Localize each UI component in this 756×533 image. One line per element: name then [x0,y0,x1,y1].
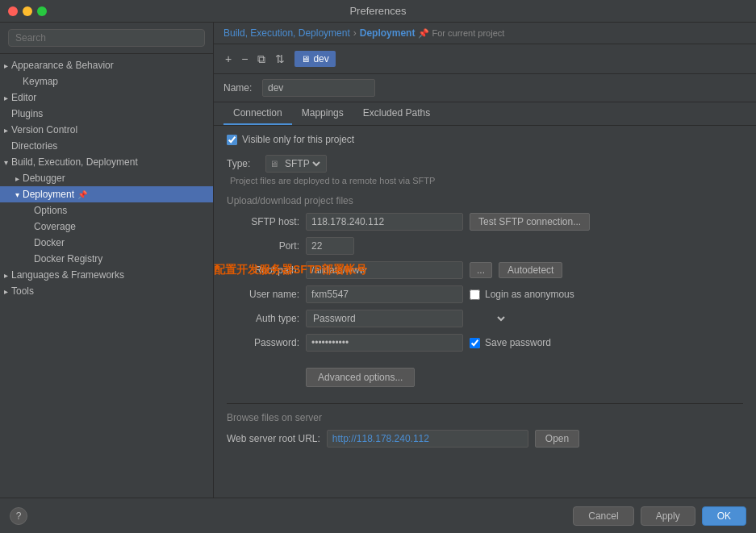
browse-button[interactable]: ... [470,262,492,278]
server-icon: 🖥 [301,54,310,64]
sidebar-item-tools[interactable]: ▸ Tools [0,283,213,299]
web-url-label: Web server root URL: [227,433,320,444]
tab-connection[interactable]: Connection [223,102,292,125]
tree-arrow-deployment: ▾ [11,190,23,199]
login-anonymous-checkbox[interactable] [470,289,480,300]
username-label: User name: [227,289,299,300]
visible-label[interactable]: Visible only for this project [242,134,354,145]
cancel-button[interactable]: Cancel [573,506,633,526]
sidebar-item-label-languages: Languages & Frameworks [11,269,124,281]
save-password-label[interactable]: Save password [485,337,551,348]
autodetect-button[interactable]: Autodetect [499,262,562,278]
sidebar-item-version-control[interactable]: ▸ Version Control [0,122,213,138]
sidebar-item-build[interactable]: ▾ Build, Execution, Deployment [0,154,213,170]
advanced-options-row: Advanced options... [227,358,743,397]
sidebar-item-docker[interactable]: Docker [0,235,213,251]
window-title: Preferences [349,5,406,17]
visible-checkbox[interactable] [227,135,237,145]
sidebar-item-directories[interactable]: Directories [0,138,213,154]
sidebar-item-debugger[interactable]: ▸ Debugger [0,170,213,186]
title-bar-buttons [8,6,47,16]
sftp-host-input[interactable] [306,213,463,231]
sidebar-item-label-docker-registry: Docker Registry [34,253,102,264]
sidebar-item-label-tools: Tools [11,285,34,297]
tab-excluded-paths[interactable]: Excluded Paths [353,102,440,125]
sidebar-item-label-directories: Directories [11,140,57,152]
sidebar-item-plugins[interactable]: Plugins [0,106,213,122]
help-button[interactable]: ? [10,507,27,525]
sidebar-item-keymap[interactable]: Keymap [0,73,213,90]
deploy-panel: + − ⧉ ⇅ 🖥 dev Name: Connection Mappings … [214,44,756,498]
auth-select-wrapper: Password Key pair OpenSSH config and aut… [306,310,463,327]
tree-arrow-tools: ▸ [0,287,11,296]
deploy-toolbar: + − ⧉ ⇅ 🖥 dev [214,44,756,74]
sidebar-item-label-version-control: Version Control [11,124,77,135]
advanced-options-button[interactable]: Advanced options... [306,368,415,387]
tree-arrow-version-control: ▸ [0,126,11,135]
close-button[interactable] [8,6,18,16]
browse-files-section: Browse files on server Web server root U… [227,403,743,448]
move-server-button[interactable]: ⇅ [272,51,288,67]
sidebar-item-label-coverage: Coverage [34,221,76,232]
password-input[interactable] [306,334,463,352]
sidebar-item-docker-registry[interactable]: Docker Registry [0,251,213,267]
minimize-button[interactable] [23,6,32,16]
name-input[interactable] [262,79,375,97]
breadcrumb: Build, Execution, Deployment › Deploymen… [214,23,756,44]
save-password-row: Save password [470,337,551,348]
port-input[interactable] [306,237,354,255]
type-select-wrapper: 🖥 SFTP [265,155,327,173]
title-bar: Preferences [0,0,756,23]
sidebar-item-editor[interactable]: ▸ Editor [0,90,213,106]
root-path-row: Root path: ... Autodetect [227,261,743,279]
server-item[interactable]: 🖥 dev [294,51,335,67]
server-name: dev [313,53,328,65]
auth-type-select[interactable]: Password Key pair OpenSSH config and aut… [310,312,507,325]
tree-arrow-debugger: ▸ [11,174,23,183]
login-anonymous-label[interactable]: Login as anonymous [485,289,574,300]
tree-arrow-build: ▾ [0,158,11,167]
sidebar-item-coverage[interactable]: Coverage [0,219,213,235]
footer-left: ? [10,507,27,525]
sidebar-item-options[interactable]: Options [0,202,213,219]
ok-button[interactable]: OK [702,506,746,526]
visible-checkbox-row: Visible only for this project [227,134,743,145]
web-url-input[interactable] [327,430,528,448]
password-row: Password: Save password [227,334,743,352]
root-path-input[interactable] [306,261,463,279]
breadcrumb-arrow: › [353,27,357,39]
sidebar-item-languages[interactable]: ▸ Languages & Frameworks [0,267,213,283]
sidebar-item-label-plugins: Plugins [11,108,43,119]
search-input[interactable] [8,29,205,47]
tab-mappings[interactable]: Mappings [292,102,353,125]
open-button[interactable]: Open [535,430,579,448]
save-password-checkbox[interactable] [470,338,480,348]
port-label: Port: [227,240,299,252]
footer: ? Cancel Apply OK [0,498,756,533]
copy-server-button[interactable]: ⧉ [254,51,269,68]
username-input[interactable] [306,285,463,303]
remove-server-button[interactable]: − [238,51,251,67]
add-server-button[interactable]: + [222,51,235,67]
sftp-icon: 🖥 [269,159,278,169]
test-sftp-button[interactable]: Test SFTP connection... [470,213,590,231]
deployment-badge: 📌 [77,190,87,199]
type-select[interactable]: SFTP [282,157,323,170]
type-hint: Project files are deployed to a remote h… [230,176,743,185]
panel-content: 配置开发服务器SFTP部署帐号 Visible only for this pr… [214,126,756,498]
name-label: Name: [223,82,256,94]
username-row: User name: Login as anonymous [227,285,743,303]
sidebar-item-deployment[interactable]: ▾ Deployment 📌 [0,186,213,202]
breadcrumb-path[interactable]: Build, Execution, Deployment [223,27,350,39]
tree-arrow-editor: ▸ [0,94,11,102]
auth-type-label: Auth type: [227,313,299,324]
tree-arrow-appearance: ▸ [0,61,11,70]
footer-right: Cancel Apply OK [573,506,746,526]
upload-section-header: Upload/download project files [227,195,743,206]
sidebar-item-label-debugger: Debugger [23,173,65,184]
web-url-row: Web server root URL: Open [227,430,743,448]
sidebar-item-appearance[interactable]: ▸ Appearance & Behavior [0,57,213,73]
maximize-button[interactable] [37,6,47,16]
sidebar-item-label-deployment: Deployment [23,189,74,200]
apply-button[interactable]: Apply [641,506,695,526]
